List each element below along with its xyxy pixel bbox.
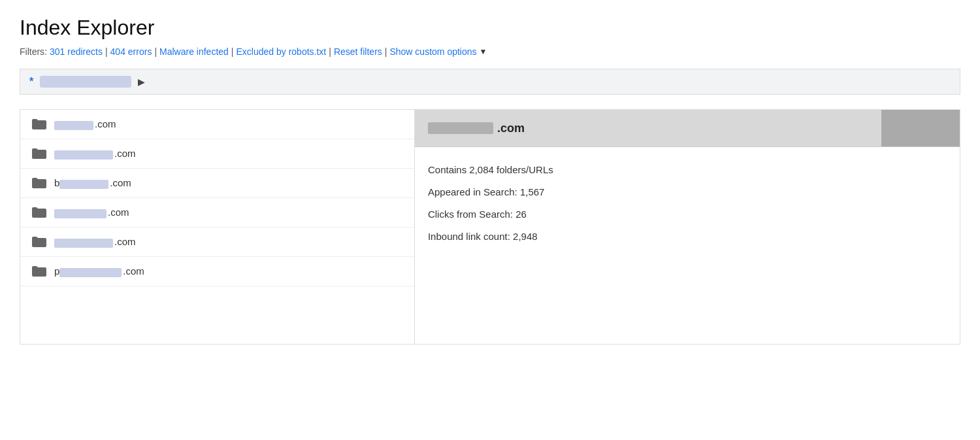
sep-3: | — [231, 46, 234, 57]
sep-1: | — [105, 46, 108, 57]
sep-5: | — [385, 46, 387, 57]
list-item[interactable]: b.com — [20, 169, 414, 198]
filter-reset[interactable]: Reset filters — [334, 46, 382, 57]
detail-header: .com — [415, 110, 960, 147]
dropdown-arrow-icon[interactable]: ▼ — [480, 47, 487, 56]
list-item[interactable]: .com — [20, 228, 414, 257]
site-name: .com — [54, 236, 136, 247]
list-item[interactable]: .com — [20, 198, 414, 228]
folder-icon — [31, 265, 48, 278]
site-name: .com — [54, 207, 129, 218]
site-name: p.com — [54, 265, 144, 277]
stat-inbound: Inbound link count: 2,948 — [428, 227, 947, 246]
site-list: .com .com b.com — [20, 110, 415, 344]
detail-action-area[interactable] — [881, 110, 960, 146]
detail-header-title: .com — [428, 122, 525, 135]
detail-panel: .com Contains 2,084 folders/URLs Appeare… — [415, 110, 960, 344]
filter-301-redirects[interactable]: 301 redirects — [50, 46, 103, 57]
stat-appeared: Appeared in Search: 1,567 — [428, 182, 947, 202]
folder-icon — [31, 147, 48, 160]
breadcrumb-star: * — [29, 76, 33, 88]
sep-2: | — [154, 46, 157, 57]
folder-icon — [31, 177, 48, 190]
detail-body: Contains 2,084 folders/URLs Appeared in … — [415, 147, 960, 262]
folder-icon — [31, 118, 48, 131]
filter-custom-options[interactable]: Show custom options — [389, 46, 476, 57]
breadcrumb-bar: * ▶ — [20, 69, 960, 95]
filter-malware[interactable]: Malware infected — [159, 46, 229, 57]
filters-label: Filters: — [20, 46, 47, 57]
folder-icon — [31, 206, 48, 219]
stat-clicks: Clicks from Search: 26 — [428, 205, 947, 224]
breadcrumb-expand-arrow[interactable]: ▶ — [138, 76, 145, 87]
site-name: .com — [54, 118, 116, 129]
filters-bar: Filters: 301 redirects | 404 errors | Ma… — [20, 46, 960, 57]
site-name: b.com — [54, 177, 131, 188]
page-title: Index Explorer — [20, 16, 960, 40]
domain-blur — [428, 122, 493, 134]
domain-suffix: .com — [497, 122, 525, 135]
filter-robots[interactable]: Excluded by robots.txt — [237, 46, 327, 57]
sep-4: | — [329, 46, 331, 57]
list-item[interactable]: p.com — [20, 257, 414, 286]
stat-folders: Contains 2,084 folders/URLs — [428, 160, 947, 180]
list-item[interactable]: .com — [20, 110, 414, 139]
site-name: .com — [54, 148, 136, 159]
folder-icon — [31, 235, 48, 248]
filter-404-errors[interactable]: 404 errors — [110, 46, 152, 57]
breadcrumb-domain-blur — [40, 76, 131, 88]
list-item[interactable]: .com — [20, 139, 414, 169]
main-table: .com .com b.com — [20, 109, 960, 345]
